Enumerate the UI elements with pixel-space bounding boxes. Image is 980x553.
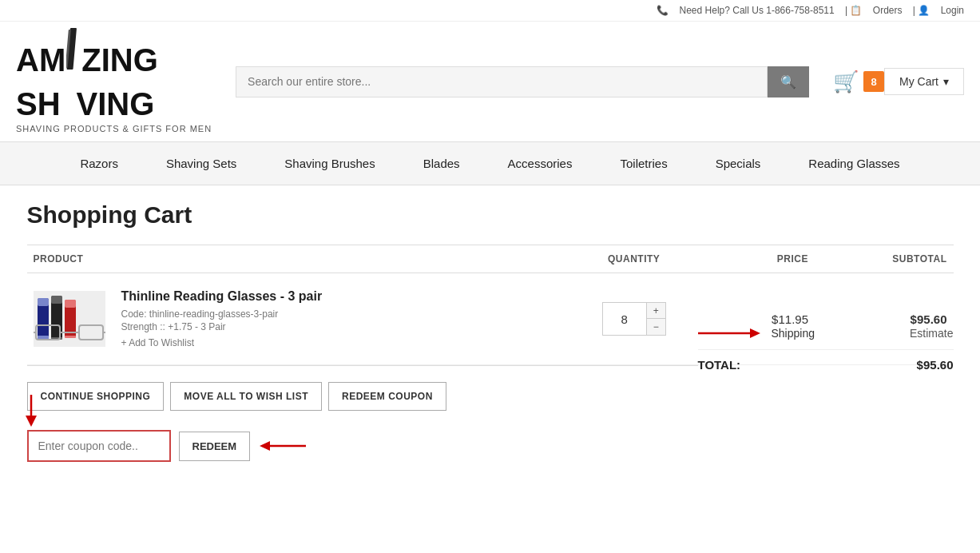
login-link[interactable]: 👤 Login <box>918 5 964 16</box>
logo-zing: ZING <box>81 42 158 78</box>
quantity-value: 8 <box>603 309 646 329</box>
nav-item-shaving-brushes: Shaving Brushes <box>260 142 399 185</box>
total-value: $95.60 <box>917 358 954 372</box>
redeem-arrow-icon <box>258 438 306 454</box>
shipping-value: Estimate <box>910 327 953 340</box>
nav-link-reading-glasses[interactable]: Reading Glasses <box>784 142 923 185</box>
quantity-cell: 8 + − <box>555 273 713 365</box>
bottom-section: Shipping Estimate TOTAL: $95.60 CONTINUE… <box>27 365 954 473</box>
cart-icon: 🛒 <box>833 70 859 94</box>
logo-area: AM ZING SH VING SHAVING PRODUCTS & GIFTS… <box>16 30 212 133</box>
qty-buttons: + − <box>646 303 665 335</box>
cart-actions: CONTINUE SHOPPING MOVE ALL TO WISH LIST … <box>27 365 698 419</box>
product-image-cell <box>27 273 115 365</box>
product-code: Code: thinline-reading-glasses-3-pair <box>121 308 549 320</box>
redeem-button[interactable]: REDEEM <box>179 432 251 461</box>
coupon-section: REDEEM <box>27 419 954 473</box>
nav-item-blades: Blades <box>399 142 484 185</box>
col-price: PRICE <box>713 245 815 273</box>
product-strength: Strength :: +1.75 - 3 Pair <box>121 321 549 332</box>
orders-link[interactable]: 📋 Orders <box>850 5 904 16</box>
search-input[interactable] <box>236 66 768 97</box>
svg-rect-13 <box>79 325 103 340</box>
nav-item-toiletries: Toiletries <box>596 142 691 185</box>
cart-area: 🛒 8 My Cart ▾ <box>833 68 964 95</box>
search-icon: 🔍 <box>780 75 796 89</box>
page-content: Shopping Cart PRODUCT QUANTITY PRICE SUB… <box>11 185 970 505</box>
search-button[interactable]: 🔍 <box>768 66 809 97</box>
nav-list: Razors Shaving Sets Shaving Brushes Blad… <box>56 142 923 185</box>
logo-sh: SH <box>16 86 61 122</box>
logo-ving: VING <box>77 86 155 122</box>
nav-item-specials: Specials <box>692 142 785 185</box>
nav-link-razors[interactable]: Razors <box>56 142 142 185</box>
logo[interactable]: AM ZING SH VING <box>16 30 212 122</box>
shipping-label: Shipping <box>772 327 815 340</box>
product-image-svg <box>34 292 105 346</box>
svg-marker-18 <box>750 328 760 338</box>
nav-link-specials[interactable]: Specials <box>692 142 785 185</box>
chevron-down-icon: ▾ <box>943 75 949 88</box>
my-cart-button[interactable]: My Cart ▾ <box>884 68 964 95</box>
nav-item-accessories: Accessories <box>484 142 597 185</box>
product-name: Thinline Reading Glasses - 3 pair <box>121 289 549 304</box>
nav-item-reading-glasses: Reading Glasses <box>784 142 923 185</box>
col-quantity: QUANTITY <box>555 245 713 273</box>
table-header-row: PRODUCT QUANTITY PRICE SUBTOTAL <box>27 245 954 273</box>
qty-increase-button[interactable]: + <box>646 303 665 319</box>
qty-decrease-button[interactable]: − <box>646 319 665 335</box>
header: AM ZING SH VING SHAVING PRODUCTS & GIFTS… <box>0 22 980 142</box>
nav-link-shaving-brushes[interactable]: Shaving Brushes <box>260 142 399 185</box>
total-label: TOTAL: <box>698 358 741 372</box>
svg-rect-11 <box>65 336 76 338</box>
col-subtotal: SUBTOTAL <box>815 245 954 273</box>
product-subtotal: $95.60 <box>911 312 947 326</box>
phone-text: 📞 Need Help? Call Us 1-866-758-8511 <box>657 5 837 16</box>
svg-rect-10 <box>65 300 76 308</box>
nav-link-toiletries[interactable]: Toiletries <box>596 142 691 185</box>
page-title: Shopping Cart <box>27 201 954 229</box>
cart-badge: 8 <box>863 71 884 92</box>
svg-rect-4 <box>38 298 49 306</box>
col-product: PRODUCT <box>27 245 555 273</box>
coupon-input[interactable] <box>27 430 171 462</box>
totals-section: Shipping Estimate TOTAL: $95.60 <box>698 317 954 380</box>
continue-shopping-button[interactable]: CONTINUE SHOPPING <box>27 382 165 411</box>
product-price: $11.95 <box>772 312 808 326</box>
total-row: TOTAL: $95.60 <box>698 350 954 380</box>
move-wishlist-button[interactable]: MOVE ALL TO WISH LIST <box>170 382 322 411</box>
product-info-cell: Thinline Reading Glasses - 3 pair Code: … <box>115 273 555 365</box>
search-area: 🔍 <box>236 66 809 97</box>
main-nav: Razors Shaving Sets Shaving Brushes Blad… <box>0 142 980 185</box>
redeem-coupon-button[interactable]: REDEEM COUPON <box>328 382 446 411</box>
product-info: Thinline Reading Glasses - 3 pair Code: … <box>121 289 549 348</box>
down-arrow-icon <box>19 395 43 427</box>
logo-razor-icon <box>66 28 81 70</box>
add-to-wishlist-link[interactable]: + Add To Wishlist <box>121 337 195 348</box>
svg-marker-20 <box>26 416 37 427</box>
shipping-arrow-icon <box>698 325 762 341</box>
logo-am: AM <box>16 42 65 78</box>
svg-marker-22 <box>260 441 270 451</box>
logo-tagline: SHAVING PRODUCTS & GIFTS FOR MEN <box>16 124 212 133</box>
product-image <box>34 291 105 347</box>
nav-link-accessories[interactable]: Accessories <box>484 142 597 185</box>
quantity-control: 8 + − <box>602 302 666 336</box>
nav-item-shaving-sets: Shaving Sets <box>142 142 260 185</box>
svg-rect-2 <box>61 72 72 113</box>
top-bar: 📞 Need Help? Call Us 1-866-758-8511 | 📋 … <box>0 0 980 22</box>
nav-item-razors: Razors <box>56 142 142 185</box>
svg-rect-7 <box>51 296 62 304</box>
nav-link-shaving-sets[interactable]: Shaving Sets <box>142 142 260 185</box>
nav-link-blades[interactable]: Blades <box>399 142 484 185</box>
